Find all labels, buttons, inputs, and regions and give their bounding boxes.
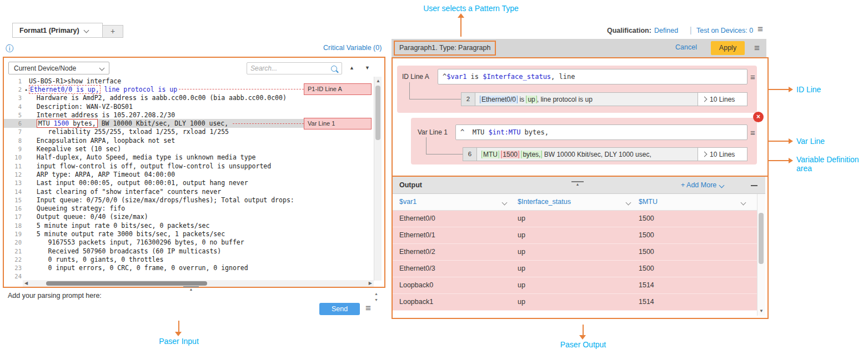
table-row[interactable]: Ethernet0/3up1500: [393, 261, 757, 277]
id-line-marker[interactable]: P1-ID Line A: [304, 83, 372, 95]
code-line-24[interactable]: 24: [4, 272, 373, 281]
collapse-handle[interactable]: ▲: [183, 286, 199, 291]
fold-icon[interactable]: ▲: [23, 87, 29, 91]
code-line-19[interactable]: 19 5 minute output rate 3000 bits/sec, 1…: [4, 230, 373, 238]
column-chevron-icon[interactable]: [502, 200, 508, 206]
prompt-input-label[interactable]: Add your parsing prompt here:: [8, 292, 102, 300]
scrollbar-thumb[interactable]: [759, 213, 764, 264]
code-text: 0 runts, 0 giants, 0 throttles: [29, 256, 163, 263]
text-segment: MTU: [481, 151, 499, 158]
search-icon[interactable]: [331, 66, 337, 72]
collapse-up-icon[interactable]: ▲: [571, 181, 584, 187]
table-row[interactable]: Ethernet0/0up1500: [393, 211, 757, 227]
code-line-22[interactable]: 22 0 runts, 0 giants, 0 throttles: [4, 255, 373, 263]
resize-down-icon[interactable]: ▼: [374, 298, 378, 302]
text-segment: BW 10000 Kbit/sec, DLY 1000 usec,: [98, 119, 228, 127]
code-text: Received 507960 broadcasts (60 IP multic…: [29, 247, 221, 255]
table-row[interactable]: Loopback1up1514: [393, 294, 757, 311]
code-line-4[interactable]: 4 Description: WAN-VZ-BOS01: [4, 102, 373, 111]
code-line-23[interactable]: 23 0 input errors, 0 CRC, 0 frame, 0 ove…: [4, 264, 373, 272]
code-line-10[interactable]: 10 Half-duplex, Auto Speed, media type i…: [4, 153, 373, 162]
code-line-8[interactable]: 8 Encapsulation ARPA, loopback not set: [4, 136, 373, 144]
code-line-13[interactable]: 13 Last input 00:00:05, output 00:00:01,…: [4, 179, 373, 187]
annotation-line2: area: [796, 164, 859, 173]
vertical-scrollbar[interactable]: ▼: [757, 194, 765, 316]
code-text: MTU 1500 bytes, BW 10000 Kbit/sec, DLY 1…: [29, 119, 228, 127]
line-number: 5: [4, 112, 23, 118]
scrollbar-thumb[interactable]: [375, 86, 380, 140]
vertical-scrollbar[interactable]: ▲: [374, 77, 382, 281]
expand-lines-button[interactable]: 10 Lines: [698, 148, 747, 161]
line-number: 9: [4, 146, 23, 152]
var-line-marker[interactable]: Var Line 1: [304, 118, 372, 129]
code-line-17[interactable]: 17 Output queue: 0/40 (size/max): [4, 213, 373, 221]
menu-icon[interactable]: ≡: [757, 24, 763, 34]
code-line-16[interactable]: 16 Queueing strategy: fifo: [4, 204, 373, 212]
code-text: Description: WAN-VZ-BOS01: [29, 103, 133, 111]
menu-icon[interactable]: ≡: [750, 128, 755, 137]
text-segment: 1500: [54, 119, 69, 128]
menu-icon[interactable]: ≡: [750, 72, 755, 82]
prev-match-button[interactable]: ▲: [349, 65, 354, 71]
scrollbar-thumb[interactable]: [46, 281, 207, 286]
resize-up-icon[interactable]: ▲: [374, 292, 378, 296]
column-header-interface-status[interactable]: $Interface_status: [518, 194, 571, 210]
line-number: 4: [4, 103, 23, 110]
column-header-var1[interactable]: $var1: [399, 194, 417, 210]
line-number-badge: 2: [461, 93, 475, 106]
line-number: 12: [4, 171, 23, 178]
table-row[interactable]: Loopback0up1514: [393, 277, 757, 294]
column-header-mtu[interactable]: $MTU: [639, 194, 658, 210]
annotation-arrowhead-down: [175, 332, 182, 336]
code-line-21[interactable]: 21 Received 507960 broadcasts (60 IP mul…: [4, 247, 373, 255]
critical-variable-link[interactable]: Critical Variable (0): [323, 44, 382, 52]
parser-input-panel: Current Device/Node ▲ ▼ 1US-BOS-R1>show …: [3, 57, 385, 288]
scroll-right-icon[interactable]: ▶: [369, 281, 372, 286]
tab-format1-primary[interactable]: Format1 (Primary): [12, 23, 103, 38]
line-number: 22: [4, 256, 23, 263]
text-segment: is: [518, 96, 526, 103]
apply-button[interactable]: Apply: [711, 41, 745, 55]
scroll-left-icon[interactable]: ◀: [24, 281, 28, 286]
code-line-9[interactable]: 9 Keepalive set (10 sec): [4, 144, 373, 153]
code-line-18[interactable]: 18 5 minute input rate 0 bits/sec, 0 pac…: [4, 221, 373, 230]
line-number: 19: [4, 231, 23, 237]
code-text: input flow-control is off, output flow-c…: [29, 162, 271, 170]
code-line-20[interactable]: 20 9167553 packets input, 716300296 byte…: [4, 238, 373, 247]
id-line-pattern-input[interactable]: ^$var1 is $Interface_status, line: [438, 69, 747, 84]
var-line-label: Var Line 1: [418, 128, 448, 136]
device-node-select[interactable]: Current Device/Node: [8, 62, 109, 74]
table-row[interactable]: Ethernet0/2up1500: [393, 244, 757, 261]
minimize-icon[interactable]: [751, 185, 757, 186]
menu-icon[interactable]: ≡: [365, 303, 371, 313]
text-segment: bytes,: [520, 128, 549, 136]
qualification-value-link[interactable]: Defined: [654, 27, 678, 34]
tab-label: Format1 (Primary): [19, 27, 79, 34]
code-line-11[interactable]: 11 input flow-control is off, output flo…: [4, 162, 373, 170]
next-match-button[interactable]: ▼: [365, 65, 370, 71]
search-input[interactable]: [247, 64, 331, 72]
add-tab-button[interactable]: +: [102, 25, 123, 38]
scroll-down-icon[interactable]: ▼: [759, 309, 764, 313]
column-chevron-icon[interactable]: [626, 200, 631, 206]
add-more-button[interactable]: + Add More: [681, 177, 724, 194]
table-cell: up: [518, 227, 639, 243]
code-line-12[interactable]: 12 ARP type: ARPA, ARP Timeout 04:00:00: [4, 170, 373, 178]
menu-icon[interactable]: ≡: [754, 43, 760, 53]
info-icon[interactable]: ⓘ: [6, 44, 13, 54]
search-box[interactable]: [247, 62, 342, 74]
table-cell: 1500: [639, 211, 757, 227]
output-title: Output: [399, 177, 422, 194]
test-on-devices-link[interactable]: Test on Devices: 0: [696, 27, 753, 34]
column-chevron-icon[interactable]: [741, 200, 746, 206]
send-button[interactable]: Send: [319, 303, 360, 315]
cancel-button[interactable]: Cancel: [675, 43, 697, 51]
expand-lines-button[interactable]: 10 Lines: [698, 93, 747, 106]
code-line-15[interactable]: 15 Input queue: 0/75/0/0 (size/max/drops…: [4, 196, 373, 204]
table-row[interactable]: Ethernet0/1up1500: [393, 227, 757, 244]
var-line-pattern-input[interactable]: ^ MTU $int:MTU bytes,: [455, 124, 747, 140]
remove-var-line-button[interactable]: ×: [753, 112, 764, 122]
table-cell: up: [518, 261, 639, 277]
code-line-14[interactable]: 14 Last clearing of "show interface" cou…: [4, 187, 373, 196]
scroll-up-icon[interactable]: ▲: [376, 79, 380, 83]
